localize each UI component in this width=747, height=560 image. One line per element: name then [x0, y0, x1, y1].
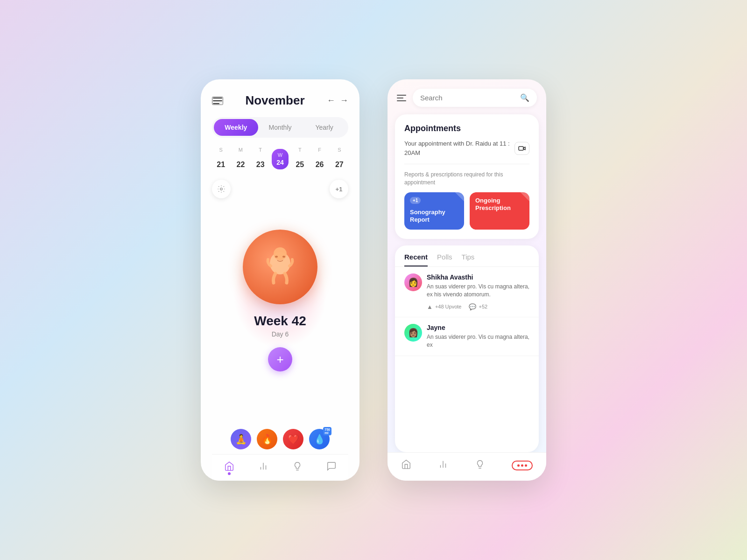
prev-month-button[interactable]: ←	[327, 96, 335, 105]
svg-rect-8	[519, 147, 523, 150]
svg-point-3	[275, 256, 278, 258]
upvote-action[interactable]: ▲ +48 Upvote	[427, 303, 461, 310]
right-nav-tips[interactable]	[475, 459, 485, 471]
ongoing-prescription-card[interactable]: Ongoing Prescription	[470, 192, 529, 230]
health-stats-row: 🧘 🔥 ❤️ 💧 750ml	[212, 429, 348, 454]
tab-polls[interactable]: Polls	[437, 253, 452, 266]
post-header-1: 👩 Shikha Avasthi An suas viderer pro. Vi…	[404, 273, 529, 310]
calendar-day-23[interactable]: T 23	[252, 147, 269, 175]
right-nav-community[interactable]	[512, 461, 533, 470]
calendar-grid: S 21 M 22 T 23 W 24 T 25 F 26 S 27	[212, 147, 348, 175]
search-icon: 🔍	[520, 93, 529, 102]
tab-yearly[interactable]: Yearly	[302, 119, 346, 136]
post-author-2: Jayne	[427, 324, 529, 331]
calendar-day-24[interactable]: W 24	[271, 147, 289, 175]
doc-badge-plus1: +1	[410, 197, 421, 204]
add-button[interactable]: +	[268, 347, 292, 371]
avatar-shikha: 👩	[404, 273, 422, 291]
search-bar[interactable]: 🔍	[413, 89, 537, 107]
left-bottom-nav	[212, 454, 348, 481]
post-header-2: 👩🏽 Jayne An suas viderer pro. Vis cu mag…	[404, 324, 529, 349]
post-actions-1: ▲ +48 Upvote 💬 +52	[427, 303, 529, 310]
comment-action[interactable]: 💬 +52	[469, 303, 487, 310]
right-bulb-icon	[475, 459, 485, 469]
upvote-icon: ▲	[427, 303, 433, 310]
nav-active-dot	[228, 472, 231, 475]
fetus-illustration	[252, 239, 308, 295]
right-nav-chart[interactable]	[438, 459, 448, 471]
right-chart-icon	[438, 459, 448, 469]
next-month-button[interactable]: →	[340, 96, 348, 105]
video-call-button[interactable]	[514, 142, 529, 155]
right-menu-icon[interactable]	[397, 95, 406, 101]
bubble-dot-2	[521, 464, 523, 467]
tab-recent[interactable]: Recent	[404, 253, 428, 266]
ongoing-prescription-title: Ongoing Prescription	[475, 197, 524, 213]
right-bottom-nav	[388, 452, 546, 481]
post-text-2: An suas viderer pro. Vis cu magna altera…	[427, 333, 529, 349]
left-phone: November ← → Weekly Monthly Yearly S 21 …	[201, 79, 359, 481]
community-tab-bar: Recent Polls Tips	[395, 245, 539, 266]
post-text-1: An suas viderer pro. Vis cu magna altera…	[427, 283, 529, 299]
search-area: 🔍	[388, 79, 546, 114]
nav-tips[interactable]	[292, 461, 303, 471]
chart-icon	[258, 461, 268, 471]
week-label: Week 42	[254, 314, 306, 329]
hamburger-menu-button[interactable]	[212, 97, 223, 105]
post-item-2: 👩🏽 Jayne An suas viderer pro. Vis cu mag…	[395, 317, 539, 356]
avatar-jayne: 👩🏽	[404, 324, 422, 342]
tab-monthly[interactable]: Monthly	[258, 119, 303, 136]
bubble-dot-3	[525, 464, 527, 467]
settings-button[interactable]	[212, 180, 231, 198]
water-badge[interactable]: 💧 750ml	[309, 429, 330, 449]
appointments-card: Appointments Your appointment with Dr. R…	[395, 114, 539, 239]
appointment-row: Your appointment with Dr. Raidu at 11 : …	[404, 139, 529, 164]
yoga-badge[interactable]: 🧘	[231, 429, 251, 449]
fire-badge[interactable]: 🔥	[257, 429, 277, 449]
left-phone-header: November ← →	[212, 93, 348, 108]
appointment-text: Your appointment with Dr. Raidu at 11 : …	[404, 139, 514, 157]
month-nav-arrows: ← →	[327, 96, 348, 105]
plus-badge[interactable]: +1	[330, 180, 348, 198]
search-input[interactable]	[420, 94, 515, 102]
nav-community[interactable]	[326, 461, 337, 471]
upvote-count: +48 Upvote	[435, 304, 462, 309]
chat-bubble-icon	[326, 461, 337, 471]
bubble-dot-1	[517, 464, 520, 467]
avatar-placeholder-shikha: 👩	[404, 273, 422, 291]
right-home-icon	[401, 459, 411, 469]
nav-home[interactable]	[224, 461, 234, 471]
lightbulb-icon	[292, 461, 303, 471]
post-item-1: 👩 Shikha Avasthi An suas viderer pro. Vi…	[395, 267, 539, 317]
svg-point-0	[220, 188, 223, 190]
comment-icon: 💬	[469, 303, 476, 310]
chat-bubble-active	[512, 461, 533, 470]
svg-point-2	[274, 247, 287, 260]
right-nav-home[interactable]	[401, 459, 411, 471]
sonography-report-card[interactable]: +1 Sonography Report	[404, 192, 464, 230]
right-phone: 🔍 Appointments Your appointment with Dr.…	[388, 79, 546, 481]
calendar-day-26[interactable]: F 26	[310, 147, 328, 175]
pregnancy-visual-area: +1 Week 42 Day 6 +	[212, 180, 348, 421]
tab-tips[interactable]: Tips	[462, 253, 475, 266]
calendar-day-25[interactable]: T 25	[291, 147, 309, 175]
avatar-placeholder-jayne: 👩🏽	[404, 324, 422, 342]
community-card: Recent Polls Tips 👩 Shikha Avasthi An su…	[395, 245, 539, 452]
post-content-1: Shikha Avasthi An suas viderer pro. Vis …	[427, 273, 529, 310]
nav-chart[interactable]	[258, 461, 268, 471]
heart-badge[interactable]: ❤️	[283, 429, 303, 449]
comment-count: +52	[479, 304, 487, 309]
svg-point-4	[282, 256, 285, 258]
calendar-day-27[interactable]: S 27	[331, 147, 348, 175]
period-tab-bar: Weekly Monthly Yearly	[212, 117, 348, 138]
video-icon	[518, 146, 526, 151]
fetus-image	[243, 230, 317, 304]
sonography-report-title: Sonography Report	[410, 209, 458, 224]
reports-label: Reports & prescriptions required for thi…	[404, 171, 529, 187]
tab-weekly[interactable]: Weekly	[214, 119, 258, 136]
calendar-day-22[interactable]: M 22	[232, 147, 249, 175]
appointments-title: Appointments	[404, 124, 529, 133]
post-content-2: Jayne An suas viderer pro. Vis cu magna …	[427, 324, 529, 349]
calendar-day-21[interactable]: S 21	[212, 147, 230, 175]
document-cards: +1 Sonography Report Ongoing Prescriptio…	[404, 192, 529, 230]
